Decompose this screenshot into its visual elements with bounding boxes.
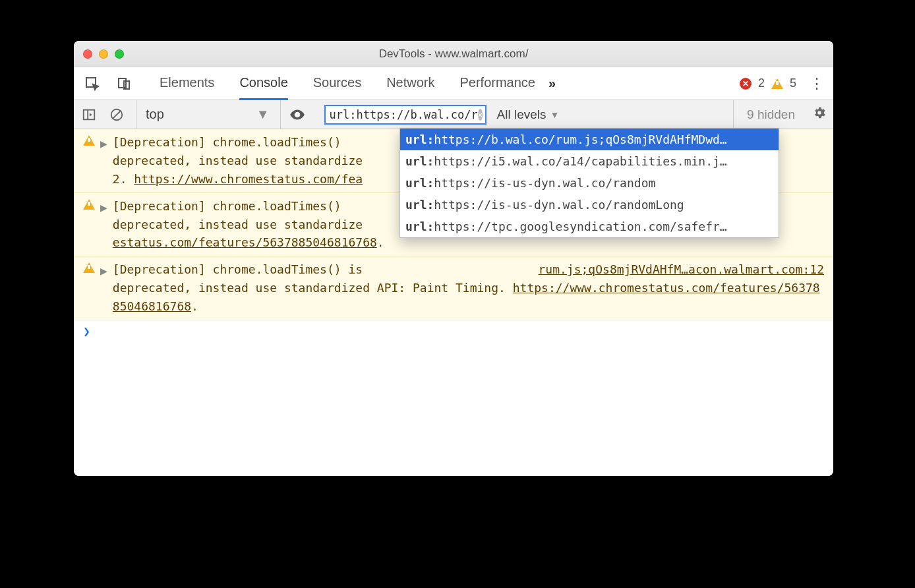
chevron-down-icon: ▼ [256, 107, 270, 122]
zoom-window-button[interactable] [115, 49, 124, 59]
levels-label: All levels [497, 107, 546, 122]
tab-sources[interactable]: Sources [313, 67, 361, 100]
message-source-link[interactable]: rum.js;qOs8mjRVdAHfM…acon.walmart.com:12 [539, 260, 824, 279]
tabs-overflow-button[interactable]: » [548, 76, 556, 91]
message-link[interactable]: https://www.chromestatus.com/fea [134, 172, 363, 186]
svg-point-7 [295, 113, 298, 115]
warning-icon [83, 135, 95, 146]
error-count: 2 [758, 76, 765, 90]
hidden-messages-count[interactable]: 9 hidden [733, 100, 802, 129]
tab-console[interactable]: Console [239, 67, 287, 100]
expand-icon[interactable]: ▶ [100, 262, 107, 316]
warning-icon [83, 262, 95, 273]
live-expression-icon[interactable] [280, 100, 314, 129]
console-toolbar: top ▼ url:https://b.wal.co/r ✕ All level… [74, 100, 833, 129]
panel-tabs: Elements Console Sources Network Perform… [160, 67, 535, 100]
log-levels-select[interactable]: All levels ▼ [497, 107, 560, 122]
console-settings-icon[interactable] [812, 105, 827, 123]
toggle-device-icon[interactable] [115, 74, 133, 93]
warning-count: 5 [790, 76, 796, 90]
expand-icon[interactable]: ▶ [100, 134, 107, 189]
filter-input[interactable]: url:https://b.wal.co/r ✕ [324, 105, 487, 125]
console-warning-row[interactable]: ▶ rum.js;qOs8mjRVdAHfM…acon.walmart.com:… [74, 256, 833, 320]
clear-console-icon[interactable] [108, 106, 125, 123]
main-toolbar: Elements Console Sources Network Perform… [74, 67, 833, 100]
close-window-button[interactable] [83, 49, 92, 59]
autocomplete-option[interactable]: url:https://is-us-dyn.wal.co/randomLong [400, 194, 779, 216]
error-icon: ✕ [740, 78, 752, 90]
warning-icon [83, 199, 95, 210]
svg-line-6 [113, 110, 121, 119]
tab-performance[interactable]: Performance [460, 67, 536, 100]
toggle-sidebar-icon[interactable] [80, 106, 98, 123]
devtools-window: DevTools - www.walmart.com/ Elements Con… [74, 41, 833, 476]
issue-counts[interactable]: ✕ 2 5 [740, 76, 796, 90]
autocomplete-option[interactable]: url:https://i5.wal.co/a14/capabilities.m… [400, 150, 779, 172]
minimize-window-button[interactable] [99, 49, 108, 59]
titlebar: DevTools - www.walmart.com/ [74, 41, 833, 67]
filter-text: url:https://b.wal.co/r [330, 108, 478, 121]
warning-icon [771, 78, 783, 89]
autocomplete-option[interactable]: url:https://b.wal.co/rum.js;qOs8mjRVdAHf… [400, 129, 779, 150]
console-prompt[interactable]: ❯ [74, 320, 833, 342]
message-link[interactable]: estatus.com/features/5637885046816768 [113, 235, 377, 249]
window-controls [83, 49, 124, 59]
clear-filter-icon[interactable]: ✕ [478, 109, 483, 121]
autocomplete-option[interactable]: url:https://is-us-dyn.wal.co/random [400, 172, 779, 194]
expand-icon[interactable]: ▶ [100, 198, 107, 252]
svg-rect-3 [84, 109, 95, 119]
message-body: rum.js;qOs8mjRVdAHfM…acon.walmart.com:12… [113, 260, 824, 316]
tab-network[interactable]: Network [386, 67, 434, 100]
chevron-down-icon: ▼ [550, 109, 560, 120]
filter-autocomplete: url:https://b.wal.co/rum.js;qOs8mjRVdAHf… [399, 128, 779, 238]
context-value: top [146, 107, 164, 122]
svg-rect-1 [119, 78, 126, 88]
inspect-element-icon[interactable] [83, 74, 102, 93]
window-title: DevTools - www.walmart.com/ [379, 47, 529, 61]
execution-context-select[interactable]: top ▼ [136, 100, 270, 129]
tab-elements[interactable]: Elements [160, 67, 214, 100]
autocomplete-option[interactable]: url:https://tpc.googlesyndication.com/sa… [400, 216, 779, 237]
settings-menu-button[interactable]: ⋮ [810, 75, 824, 92]
